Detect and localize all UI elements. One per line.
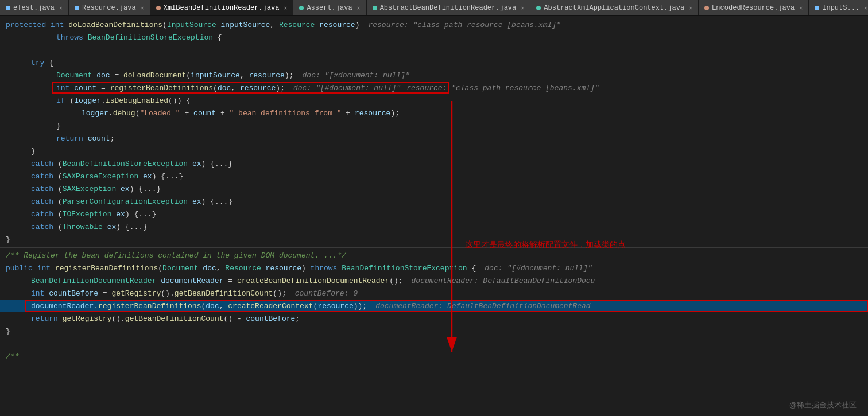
app-window: eTest.java ✕ Resource.java ✕ XmlBeanDefi…: [0, 0, 868, 416]
fn-registerbean-3: registerBeanDefinitions: [98, 302, 201, 310]
kw-catch-5: catch: [31, 210, 53, 219]
kw-if: if: [56, 96, 65, 105]
tab-inputs[interactable]: InputS... ✕: [809, 0, 868, 16]
param-resource-4: resource: [355, 109, 390, 118]
tab-encoded[interactable]: EncodedResource.java ✕: [699, 0, 809, 16]
close-icon-encoded[interactable]: ✕: [799, 5, 803, 11]
separator: [0, 247, 868, 248]
code-line-3: [0, 44, 868, 56]
param-docreader: documentReader: [161, 277, 223, 285]
tab-label-abstractxml: AbstractXmlApplicationContext.java: [544, 4, 684, 12]
param-inputsource-2: inputSource: [191, 71, 240, 80]
code-line-2: throws BeanDefinitionStoreException {: [0, 31, 868, 44]
tab-assert[interactable]: Assert.java ✕: [293, 0, 366, 16]
code-area: protected int doLoadBeanDefinitions ( In…: [0, 16, 868, 416]
tab-abstractbean[interactable]: AbstractBeanDefinitionReader.java ✕: [367, 0, 531, 16]
hint-line24: documentReader: DefaultBe: [375, 302, 487, 310]
close-icon-abstractxml[interactable]: ✕: [689, 5, 692, 11]
code-line-16: catch ( IOException ex ) {...}: [0, 208, 868, 220]
code-line-11: }: [0, 145, 868, 157]
fn-createbddreader: createBeanDefinitionDocumentReader: [237, 277, 389, 285]
param-resource-6: resource: [317, 302, 353, 310]
kw-throws-1: throws: [56, 33, 83, 42]
hint-line21: doc: "[#document: null]": [485, 264, 592, 273]
type-throwable: Throwable: [63, 223, 103, 231]
kw-catch-2: catch: [31, 172, 53, 181]
hint-line22: documentReader: DefaultBeanDefinitionDoc…: [412, 277, 595, 285]
tab-label-encoded: EncodedResource.java: [712, 4, 795, 12]
type-resource-2: Resource: [225, 264, 261, 273]
code-line-18: }: [0, 233, 868, 246]
kw-int-3: int: [37, 264, 51, 273]
param-count: count: [74, 84, 96, 92]
hint-line6b: resource: "class path resource [beans.xm…: [406, 84, 599, 92]
tab-label-resource: Resource.java: [82, 4, 136, 12]
close-icon-etest[interactable]: ✕: [59, 5, 63, 11]
tab-etest[interactable]: eTest.java ✕: [0, 0, 69, 16]
fn-isdebug: isDebugEnabled: [106, 96, 168, 105]
code-line-9: }: [0, 119, 868, 132]
tab-dot-assert: [299, 6, 304, 10]
close-icon-xmlbean[interactable]: ✕: [284, 5, 287, 11]
code-content: protected int doLoadBeanDefinitions ( In…: [0, 16, 868, 363]
close-icon-abstractbean[interactable]: ✕: [521, 5, 524, 11]
kw-catch-6: catch: [31, 223, 53, 231]
tab-dot-xmlbean: [156, 6, 161, 10]
tab-dot-resource: [75, 6, 79, 10]
type-bdse-ex: BeanDefinitionStoreException: [63, 160, 188, 168]
fn-registerbean: registerBeanDefinitions: [110, 84, 213, 92]
code-line-25: return getRegistry (). getBeanDefinition…: [0, 312, 868, 325]
close-icon-resource[interactable]: ✕: [141, 5, 144, 11]
hint-line6: doc: "[#document: null]": [293, 84, 401, 92]
param-logger-2: logger: [82, 109, 108, 118]
kw-catch-3: catch: [31, 185, 53, 193]
kw-return-2: return: [31, 314, 58, 323]
tab-abstractxml[interactable]: AbstractXmlApplicationContext.java ✕: [530, 0, 699, 16]
kw-int-1: int: [51, 21, 64, 29]
code-line-17: catch ( Throwable ex ) {...}: [0, 220, 868, 233]
watermark: @稀土掘金技术社区: [789, 400, 857, 410]
param-ex-3: ex: [121, 185, 130, 193]
param-countbefore-2: countBefore: [246, 314, 296, 323]
param-logger: logger: [74, 96, 101, 105]
kw-protected: protected: [6, 21, 46, 29]
kw-catch-4: catch: [31, 197, 53, 206]
tab-xmlbean[interactable]: XmlBeanDefinitionReader.java ✕: [150, 0, 294, 16]
str-loaded: "Loaded ": [140, 109, 180, 118]
param-doc-3: doc: [203, 264, 216, 273]
close-icon-assert[interactable]: ✕: [357, 5, 361, 11]
close-icon-inputs[interactable]: ✕: [864, 5, 867, 11]
kw-int-4: int: [31, 289, 44, 298]
hint-line5: doc: "[#document: null]": [303, 71, 410, 80]
code-line-24: documentReader . registerBeanDefinitions…: [0, 300, 868, 312]
type-bddreader: BeanDefinitionDocumentReader: [31, 277, 156, 285]
tab-dot-encoded: [704, 6, 709, 10]
fn-createreaderctx: createReaderContext: [228, 302, 313, 310]
type-ioex: IOException: [63, 210, 112, 219]
fn-getbdcount: getBeanDefinitionCount: [175, 289, 273, 298]
param-inputsource: inputSource: [221, 21, 270, 29]
tab-label-etest: eTest.java: [13, 4, 55, 12]
tab-resource[interactable]: Resource.java ✕: [69, 0, 150, 16]
code-line-12: catch ( BeanDefinitionStoreException ex …: [0, 157, 868, 170]
code-line-22: BeanDefinitionDocumentReader documentRea…: [0, 274, 868, 287]
kw-try: try: [31, 59, 44, 67]
kw-return: return: [56, 134, 83, 143]
param-ex-4: ex: [192, 197, 202, 206]
type-parser: ParserConfigurationException: [63, 197, 188, 206]
param-resource-2: resource: [249, 71, 285, 80]
param-count-2: count: [193, 109, 216, 118]
type-resource-1: Resource: [279, 21, 315, 29]
kw-int-2: int: [56, 84, 69, 92]
code-line-15: catch ( ParserConfigurationException ex …: [0, 195, 868, 208]
type-bdse-1: BeanDefinitionStoreException: [88, 33, 213, 42]
fn-getbdcount-2: getBeanDefinitionCount: [125, 314, 224, 323]
param-ex-5: ex: [116, 210, 125, 219]
param-resource-3: resource: [240, 84, 276, 92]
code-line-7: if ( logger . isDebugEnabled ()) {: [0, 94, 868, 107]
code-line-20: /** Register the bean definitions contai…: [0, 249, 868, 262]
tab-label-inputs: InputS...: [822, 4, 859, 12]
param-ex-6: ex: [107, 223, 117, 231]
code-line-5: Document doc = doLoadDocument ( inputSou…: [0, 69, 868, 81]
param-count-3: count: [88, 134, 110, 143]
